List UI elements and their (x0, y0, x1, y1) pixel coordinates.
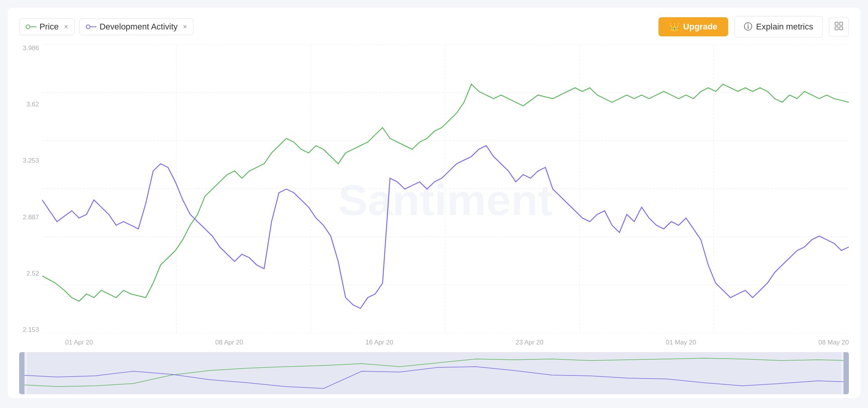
x-axis: 01 Apr 20 08 Apr 20 16 Apr 20 23 Apr 20 … (42, 334, 849, 349)
svg-rect-7 (840, 27, 843, 30)
svg-rect-6 (835, 27, 838, 30)
dev-activity-label: Development Activity (100, 22, 178, 32)
x-label-4: 01 May 20 (666, 339, 696, 346)
x-label-3: 23 Apr 20 (516, 339, 544, 346)
y-label-0: 3.986 (19, 44, 42, 52)
price-icon (26, 23, 36, 30)
main-chart-svg: Santiment (42, 44, 849, 334)
x-label-5: 08 May 20 (819, 339, 849, 346)
drag-handle-right[interactable] (843, 352, 849, 394)
legend-item-price[interactable]: Price × (19, 18, 75, 35)
y-axis: 3.986 3.62 3.253 2.887 2.52 2.153 (19, 44, 42, 334)
y-label-3: 2.887 (19, 214, 42, 221)
chart-area: 3.986 3.62 3.253 2.887 2.52 2.153 (19, 44, 849, 394)
y-label-1: 3.62 (19, 101, 42, 108)
legend-items: Price × Development Activity × (19, 18, 193, 35)
mini-chart-svg (19, 352, 849, 394)
toolbar: Price × Development Activity × 👑 Upgrade (19, 15, 849, 38)
explain-metrics-button[interactable]: ⓘ Explain metrics (734, 16, 823, 38)
y-label-5: 2.153 (19, 326, 42, 334)
upgrade-button[interactable]: 👑 Upgrade (658, 17, 728, 36)
x-label-2: 16 Apr 20 (365, 339, 393, 346)
dev-activity-line (42, 146, 849, 308)
svg-rect-4 (835, 22, 838, 25)
explain-info-icon: ⓘ (744, 21, 752, 33)
drag-handle-left[interactable] (19, 352, 25, 394)
svg-point-2 (86, 25, 90, 29)
fullscreen-button[interactable] (829, 18, 849, 36)
price-label: Price (39, 22, 59, 32)
explain-label: Explain metrics (756, 22, 813, 32)
dev-activity-close[interactable]: × (183, 23, 187, 31)
x-label-0: 01 Apr 20 (65, 339, 93, 346)
mini-chart[interactable] (19, 352, 849, 394)
toolbar-right: 👑 Upgrade ⓘ Explain metrics (658, 16, 849, 38)
legend-item-dev-activity[interactable]: Development Activity × (79, 18, 194, 35)
upgrade-label: Upgrade (683, 22, 717, 32)
svg-point-0 (26, 25, 30, 29)
svg-rect-5 (840, 22, 843, 25)
chart-container: Price × Development Activity × 👑 Upgrade (8, 8, 860, 398)
svg-text:Santiment: Santiment (338, 176, 553, 224)
y-label-2: 3.253 (19, 157, 42, 165)
price-close[interactable]: × (64, 23, 68, 31)
upgrade-icon: 👑 (669, 22, 680, 32)
y-label-4: 2.52 (19, 270, 42, 277)
main-chart: 3.986 3.62 3.253 2.887 2.52 2.153 (19, 44, 849, 349)
x-label-1: 08 Apr 20 (215, 339, 243, 346)
dev-activity-icon (86, 23, 97, 30)
